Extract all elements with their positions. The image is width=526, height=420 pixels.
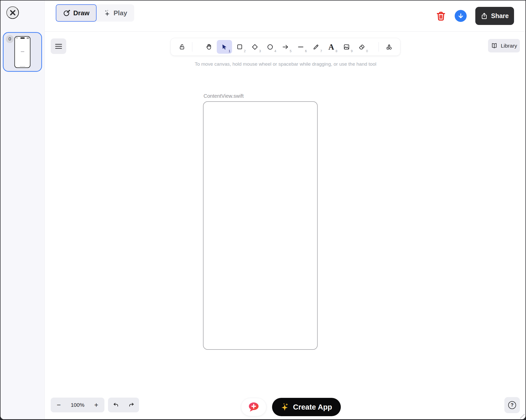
zoom-out-button[interactable]: − [53,399,64,411]
library-label: Library [501,43,517,49]
delete-button[interactable] [436,11,446,21]
share-icon [481,12,488,20]
toolbar-divider [192,42,192,52]
tool-shortcut: 9 [351,49,353,53]
close-icon [10,10,16,16]
close-button[interactable] [6,6,19,19]
thumb-placeholder-text [21,51,24,52]
header-actions: Share [436,1,514,31]
arrow-tool-button[interactable]: 5 [278,40,293,54]
download-button[interactable] [455,10,467,22]
zoom-in-button[interactable]: + [91,399,102,411]
tab-play[interactable]: Play [97,4,134,22]
gold-sparkles-icon [281,403,289,411]
thumb-dynamic-island [20,37,25,39]
frame-thumbnail[interactable]: 0 [3,32,42,72]
eraser-icon [358,44,365,50]
hand-tool-button[interactable] [201,40,217,54]
drawing-toolbar: 1 2 3 4 [170,38,400,56]
frame-index-badge: 0 [6,35,14,43]
redo-button[interactable] [126,399,137,411]
select-tool-button[interactable]: 1 [217,40,232,54]
download-icon [457,13,464,19]
sparkles-icon [104,9,111,17]
line-tool-button[interactable]: 6 [293,40,308,54]
artboard-frame[interactable] [203,101,318,350]
undo-button[interactable] [110,399,122,411]
phone-thumbnail [15,36,31,68]
unlock-tool-button[interactable] [174,40,190,54]
tool-shortcut: 4 [274,49,276,53]
tool-shortcut: 0 [366,49,368,53]
shapes-icon [386,44,393,50]
ellipse-icon [267,44,274,50]
eraser-tool-button[interactable]: 0 [354,40,370,54]
thumb-statusbar-battery [27,38,29,38]
thumb-home-indicator [20,66,25,67]
toolbar-divider [379,42,379,52]
unlock-icon [179,44,185,50]
tool-shortcut: 2 [244,49,246,53]
tool-shortcut: 3 [259,49,261,53]
menu-button[interactable] [51,38,66,54]
book-icon [491,42,498,49]
header-divider [45,31,525,32]
hand-icon [206,44,212,50]
help-button[interactable]: ? [504,397,520,413]
arrow-icon [282,44,289,50]
rectangle-icon [236,44,243,50]
library-button[interactable]: Library [488,39,520,52]
trash-icon [436,11,446,21]
share-button[interactable]: Share [475,7,514,25]
pencil-icon [313,44,319,50]
draw-icon [63,9,71,17]
history-controls [108,398,139,412]
image-tool-button[interactable]: 9 [339,40,354,54]
ellipse-tool-button[interactable]: 4 [263,40,278,54]
text-icon: A [328,43,334,51]
resize-grip[interactable] [520,413,525,418]
feedback-button[interactable] [241,398,266,416]
rectangle-tool-button[interactable]: 2 [232,40,247,54]
app-window: 0 Draw [1,1,525,419]
artboard-title[interactable]: ContentView.swift [204,93,244,99]
redo-icon [128,402,135,408]
tab-draw[interactable]: Draw [56,4,97,22]
create-app-button[interactable]: Create App [272,398,341,416]
tool-shortcut: 7 [320,49,322,53]
thumb-statusbar-time [16,38,18,38]
diamond-tool-button[interactable]: 3 [247,40,263,54]
feedback-bubble-icon [248,402,260,412]
image-icon [343,44,350,50]
undo-icon [113,402,119,408]
diamond-icon [251,44,258,50]
tab-play-label: Play [114,9,127,17]
select-cursor-icon [221,44,228,50]
pencil-tool-button[interactable]: 7 [308,40,324,54]
tool-shortcut: 6 [305,49,307,53]
tool-shortcut: 1 [228,49,230,53]
zoom-controls: − 100% + [51,398,104,412]
tool-shortcut: 5 [290,49,291,53]
text-tool-button[interactable]: A 8 [324,40,339,54]
zoom-level[interactable]: 100% [71,402,85,408]
create-app-label: Create App [293,403,332,411]
tool-shortcut: 8 [335,49,337,53]
canvas-hint: To move canvas, hold mouse wheel or spac… [158,61,413,67]
frames-sidebar: 0 [1,1,45,419]
mode-switcher: Draw Play [56,4,134,22]
tab-draw-label: Draw [73,9,90,17]
line-icon [297,44,304,50]
share-label: Share [491,12,509,20]
hamburger-icon [55,43,62,49]
help-icon: ? [508,401,516,409]
shapes-tool-button[interactable] [381,40,397,54]
